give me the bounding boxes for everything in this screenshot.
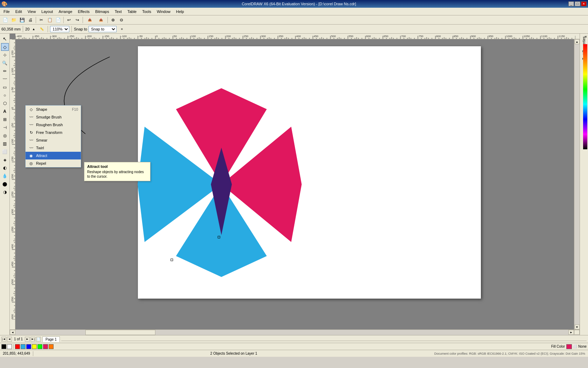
toolbar1: 📄 📁 💾 🖨 ✂ 📋 📄 ↩ ↪ 📥 📤 ⊕ ⊖ xyxy=(0,15,588,25)
envelope-tool-btn[interactable]: ⬜ xyxy=(1,148,9,156)
print-btn[interactable]: 🖨 xyxy=(27,16,34,24)
new-btn[interactable]: 📄 xyxy=(1,16,9,24)
text-tool-btn[interactable]: A xyxy=(1,108,9,115)
h-scroll-track xyxy=(15,330,568,335)
import-btn[interactable]: 📥 xyxy=(84,16,95,24)
ellipse-tool-btn[interactable]: ○ xyxy=(1,91,9,99)
menu-bitmaps[interactable]: Bitmaps xyxy=(92,9,112,14)
zoom-tool-btn[interactable]: 🔍 xyxy=(1,59,9,67)
scroll-left-btn[interactable]: ◄ xyxy=(10,330,15,335)
repel-item[interactable]: ◎ Repel xyxy=(26,159,81,167)
h-scroll-thumb[interactable] xyxy=(85,330,155,335)
snap-options-btn[interactable]: ≡ xyxy=(118,25,126,33)
blend-tool-btn[interactable]: ◎ xyxy=(1,132,9,139)
roughen-icon: 〰 xyxy=(28,122,34,128)
save-btn[interactable]: 💾 xyxy=(18,16,26,24)
zoom-out-btn[interactable]: ⊖ xyxy=(118,16,125,24)
scroll-up-btn[interactable]: ▲ xyxy=(575,39,580,44)
cut-btn[interactable]: ✂ xyxy=(37,16,45,24)
menu-edit[interactable]: Edit xyxy=(13,9,25,14)
swatch-yellow[interactable] xyxy=(32,344,37,349)
menu-table[interactable]: Table xyxy=(125,9,139,14)
smart-draw-btn[interactable]: 〰 xyxy=(1,75,9,83)
roughen-brush-item[interactable]: 〰 Roughen Brush xyxy=(26,121,81,129)
page-next-btn[interactable]: ► xyxy=(25,337,30,342)
extrude-tool-btn[interactable]: ◈ xyxy=(1,156,9,164)
swatch-blue[interactable] xyxy=(26,344,31,349)
selection-status: 2 Objects Selected on Layer 1 xyxy=(36,352,432,355)
smart-fill-btn[interactable]: ◑ xyxy=(1,188,9,196)
freehand-tool-btn[interactable]: ✏ xyxy=(1,67,9,75)
outline-label: ⬜ xyxy=(573,345,577,348)
property-bar: 60,358 mm 20 ▲ 📏 110% 100% 75% 50% Snap … xyxy=(0,25,588,34)
fill-black-swatch[interactable] xyxy=(1,344,6,349)
shape-tool-item[interactable]: ◇ Shape F10 xyxy=(26,105,81,113)
fill-white-swatch[interactable] xyxy=(7,344,12,349)
export-btn[interactable]: 📤 xyxy=(96,16,106,24)
shape-tool-btn[interactable]: ◇ xyxy=(1,43,9,51)
panel-close-btn[interactable]: ✕ xyxy=(584,35,587,39)
page-first-btn[interactable]: |◄ xyxy=(1,337,6,342)
menu-tools[interactable]: Tools xyxy=(139,9,154,14)
page-prev-btn[interactable]: ◄ xyxy=(7,337,12,342)
smear-item[interactable]: 〰 Smear xyxy=(26,136,81,144)
menu-view[interactable]: View xyxy=(25,9,39,14)
menu-window[interactable]: Window xyxy=(154,9,173,14)
redo-btn[interactable]: ↪ xyxy=(74,16,81,24)
zoom-select[interactable]: 110% 100% 75% 50% xyxy=(50,26,69,32)
drop-shadow-btn[interactable]: ▥ xyxy=(1,140,9,148)
tool-flyout: ◇ Shape F10 〰 Smudge Brush 〰 Roughen Bru… xyxy=(25,105,81,168)
menu-file[interactable]: File xyxy=(1,9,13,14)
maximize-btn[interactable]: □ xyxy=(575,1,580,6)
smudge-brush-item[interactable]: 〰 Smudge Brush xyxy=(26,113,81,121)
menu-text[interactable]: Text xyxy=(112,9,125,14)
free-transform-item[interactable]: ↻ Free Transform xyxy=(26,129,81,136)
crop-tool-btn[interactable]: ⊹ xyxy=(1,51,9,59)
transparency-btn[interactable]: ◐ xyxy=(1,164,9,172)
table-tool-btn[interactable]: ⊞ xyxy=(1,116,9,123)
undo-btn[interactable]: ↩ xyxy=(65,16,73,24)
swatch-green[interactable] xyxy=(37,344,42,349)
swatch-red[interactable] xyxy=(15,344,20,349)
page-add-btn[interactable]: 📄 xyxy=(36,337,41,342)
tooltip-title: Attract tool xyxy=(87,164,147,169)
page-nav-controls: |◄ ◄ 1 of 1 ► ►| 📄 xyxy=(1,337,41,342)
swatch-orange[interactable] xyxy=(49,344,54,349)
open-btn[interactable]: 📁 xyxy=(10,16,18,24)
copy-btn[interactable]: 📋 xyxy=(46,16,54,24)
twirl-item[interactable]: 〰 Twirl xyxy=(26,144,81,152)
polygon-tool-btn[interactable]: ⬡ xyxy=(1,100,9,107)
paste-btn[interactable]: 📄 xyxy=(54,16,62,24)
swatch-cyan[interactable] xyxy=(21,344,26,349)
eyedropper-btn[interactable]: 💧 xyxy=(1,172,9,180)
page1-tab[interactable]: Page 1 xyxy=(42,336,60,342)
interactive-fill-btn[interactable]: ⬤ xyxy=(1,180,9,188)
menu-layout[interactable]: Layout xyxy=(38,9,56,14)
page-last-btn[interactable]: ►| xyxy=(30,337,35,342)
zoom-in-btn[interactable]: ⊕ xyxy=(109,16,117,24)
info-sep1 xyxy=(33,351,33,356)
minimize-btn[interactable]: _ xyxy=(568,1,574,6)
swatch-magenta[interactable] xyxy=(43,344,48,349)
menu-help[interactable]: Help xyxy=(173,9,187,14)
scroll-right-btn[interactable]: ► xyxy=(568,330,574,335)
attract-label: Attract xyxy=(36,154,78,158)
profile-status: Document color profiles: RGB: sRGB IEC61… xyxy=(434,352,585,355)
menu-bar: File Edit View Layout Arrange Effects Bi… xyxy=(0,8,588,15)
snap-select[interactable]: Snap to Snap to Grid xyxy=(89,26,117,32)
scroll-down-btn[interactable]: ▼ xyxy=(575,325,580,329)
smudge-icon: 〰 xyxy=(28,114,34,120)
dim-tool-btn[interactable]: ⊣ xyxy=(1,124,9,131)
selection-tool-btn[interactable]: ↖ xyxy=(1,35,9,43)
freetransform-label: Free Transform xyxy=(36,130,78,135)
tooltip-description: Reshape objects by attracting nodes to t… xyxy=(87,170,147,179)
menu-arrange[interactable]: Arrange xyxy=(56,9,75,14)
menu-effects[interactable]: Effects xyxy=(75,9,92,14)
rectangle-tool-btn[interactable]: ▭ xyxy=(1,83,9,91)
fill-info: Fill Color xyxy=(551,344,572,349)
close-btn[interactable]: ✕ xyxy=(581,1,587,6)
attract-item[interactable]: ◉ Attract xyxy=(26,152,81,159)
canvas[interactable]: ◇ Shape F10 〰 Smudge Brush 〰 Roughen Bru… xyxy=(15,39,574,329)
unit-add-btn[interactable]: ▲ xyxy=(31,25,36,33)
v-scrollbar[interactable]: ▲ ▼ xyxy=(574,39,580,329)
